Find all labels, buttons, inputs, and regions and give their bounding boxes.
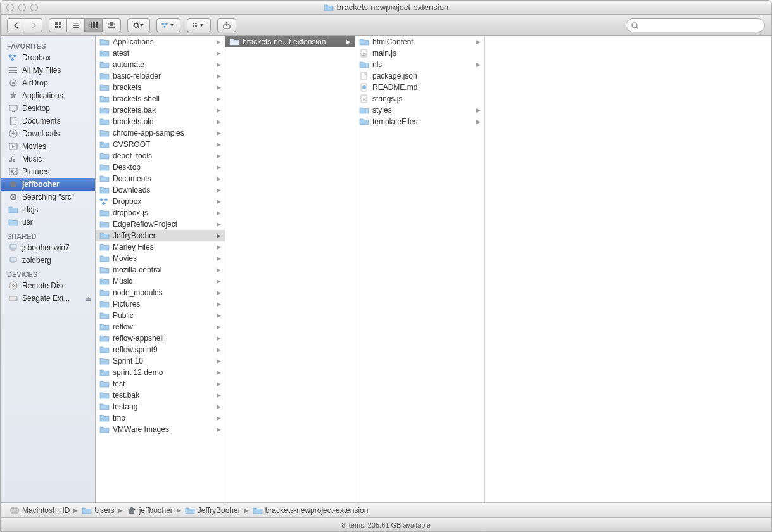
file-row[interactable]: chrome-app-samples▶	[96, 127, 225, 139]
share-button[interactable]	[217, 18, 236, 32]
file-row[interactable]: VMWare Images▶	[96, 424, 225, 435]
file-row[interactable]: Downloads▶	[96, 184, 225, 196]
file-row[interactable]: reflow▶	[96, 321, 225, 332]
file-row[interactable]: brackets.bak▶	[96, 104, 225, 116]
file-row[interactable]: atest▶	[96, 48, 225, 59]
md-icon	[359, 82, 369, 92]
file-row[interactable]: Dropbox▶	[96, 196, 225, 207]
chevron-right-icon: ▶	[217, 232, 222, 239]
file-row[interactable]: package.json	[355, 70, 484, 82]
file-row[interactable]: Movies▶	[96, 253, 225, 264]
file-row[interactable]: automate▶	[96, 59, 225, 70]
file-row[interactable]: strings.js	[355, 93, 484, 104]
sidebar-item[interactable]: Dropbox	[1, 51, 95, 64]
file-row[interactable]: brackets-shell▶	[96, 93, 225, 104]
path-item[interactable]: Macintosh HD	[9, 505, 70, 516]
svg-point-41	[134, 23, 138, 27]
sidebar-item[interactable]: tddjs	[1, 203, 95, 216]
file-row[interactable]: test▶	[96, 378, 225, 390]
file-row[interactable]: README.md	[355, 82, 484, 93]
sidebar-item[interactable]: AirDrop	[1, 77, 95, 89]
file-row[interactable]: EdgeReflowProject▶	[96, 218, 225, 230]
path-item[interactable]: Users	[82, 505, 114, 516]
sidebar-item[interactable]: Documents	[1, 115, 95, 127]
file-row[interactable]: Music▶	[96, 276, 225, 287]
file-row[interactable]: sprint 12 demo▶	[96, 367, 225, 378]
back-button[interactable]	[7, 18, 25, 32]
file-row[interactable]: dropbox-js▶	[96, 207, 225, 218]
file-row[interactable]: tmp▶	[96, 412, 225, 424]
search-input[interactable]	[626, 18, 765, 32]
sidebar-item[interactable]: Pictures	[1, 165, 95, 178]
view-mode-buttons	[49, 18, 121, 32]
file-row[interactable]: main.js	[355, 48, 484, 59]
file-label: Desktop	[113, 163, 213, 172]
search-field[interactable]	[626, 18, 765, 32]
file-row[interactable]: Applications▶	[96, 36, 225, 48]
action-menu-button[interactable]	[127, 18, 150, 32]
sidebar-item[interactable]: Seagate Ext...⏏	[1, 292, 95, 305]
file-row[interactable]: reflow.sprint9▶	[96, 344, 225, 355]
folder-icon	[99, 367, 110, 377]
file-row[interactable]: basic-reloader▶	[96, 70, 225, 82]
zoom-button[interactable]	[30, 4, 38, 11]
dropbox-menu-button[interactable]	[156, 18, 180, 32]
file-row[interactable]: templateFiles▶	[355, 116, 484, 127]
chevron-right-icon: ▶	[217, 175, 222, 182]
file-row[interactable]: nls▶	[355, 59, 484, 70]
sidebar-item[interactable]: zoidberg	[1, 254, 95, 267]
file-row[interactable]: mozilla-central▶	[96, 264, 225, 276]
folder-icon	[99, 151, 110, 161]
forward-button[interactable]	[25, 18, 42, 32]
file-row[interactable]: Sprint 10▶	[96, 355, 225, 367]
file-row[interactable]: Desktop▶	[96, 162, 225, 173]
js-icon	[359, 48, 369, 58]
view-column-button[interactable]	[84, 18, 102, 32]
file-row[interactable]: brackets▶	[96, 82, 225, 93]
sidebar-item[interactable]: Movies	[1, 140, 95, 153]
file-row[interactable]: Documents▶	[96, 173, 225, 184]
minimize-button[interactable]	[18, 4, 26, 11]
file-row[interactable]: JeffryBooher▶	[96, 230, 225, 241]
file-row[interactable]: CVSROOT▶	[96, 139, 225, 150]
view-coverflow-button[interactable]	[102, 18, 121, 32]
chevron-right-icon: ▶	[217, 426, 222, 433]
arrange-menu-button[interactable]	[187, 18, 211, 32]
view-list-button[interactable]	[66, 18, 84, 32]
sidebar-item-label: zoidberg	[22, 256, 91, 265]
sidebar-item[interactable]: Music	[1, 153, 95, 165]
sidebar-item[interactable]: Applications	[1, 89, 95, 102]
sidebar-item[interactable]: jeffbooher	[1, 178, 95, 191]
file-label: Applications	[113, 37, 213, 46]
path-item[interactable]: brackets-newproject-extension	[253, 505, 369, 516]
sidebar-item[interactable]: Remote Disc	[1, 279, 95, 292]
chevron-right-icon: ▶	[217, 141, 222, 148]
file-row[interactable]: Public▶	[96, 310, 225, 321]
file-row[interactable]: styles▶	[355, 104, 484, 116]
path-item[interactable]: jeffbooher	[127, 505, 173, 516]
eject-icon[interactable]: ⏏	[85, 295, 91, 302]
file-row[interactable]: Marley Files▶	[96, 241, 225, 253]
sidebar-item[interactable]: Searching "src"	[1, 191, 95, 203]
sidebar-item[interactable]: All My Files	[1, 64, 95, 77]
sidebar-item[interactable]: usr	[1, 216, 95, 229]
file-row[interactable]: reflow-appshell▶	[96, 332, 225, 344]
file-row[interactable]: htmlContent▶	[355, 36, 484, 48]
sidebar-item[interactable]: Desktop	[1, 102, 95, 115]
file-row[interactable]: testang▶	[96, 401, 225, 412]
sidebar-item-label: usr	[22, 218, 91, 227]
file-row[interactable]: test.bak▶	[96, 390, 225, 401]
view-icon-button[interactable]	[49, 18, 66, 32]
file-row[interactable]: node_modules▶	[96, 287, 225, 298]
sidebar-item[interactable]: Downloads	[1, 127, 95, 140]
close-button[interactable]	[6, 4, 14, 11]
file-row[interactable]: depot_tools▶	[96, 150, 225, 162]
folder-icon	[8, 217, 18, 227]
file-row[interactable]: brackets.old▶	[96, 116, 225, 127]
status-text: 8 items, 205.61 GB available	[341, 521, 431, 529]
path-item[interactable]: JeffryBooher	[185, 505, 241, 516]
apps-icon	[8, 91, 18, 101]
sidebar-item[interactable]: jsbooher-win7	[1, 241, 95, 254]
file-row[interactable]: brackets-ne...t-extension▶	[225, 36, 355, 48]
file-row[interactable]: Pictures▶	[96, 298, 225, 310]
